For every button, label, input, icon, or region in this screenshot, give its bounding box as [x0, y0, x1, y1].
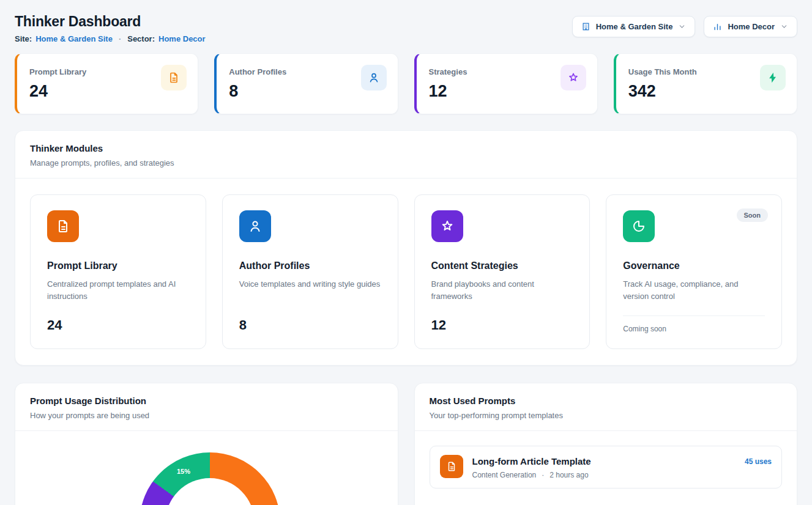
prompts-subtitle: Your top-performing prompt templates [430, 411, 783, 420]
prompt-usage-panel: Prompt Usage Distribution How your promp… [15, 383, 398, 505]
module-card-governance[interactable]: Soon Governance Track AI usage, complian… [606, 194, 782, 349]
module-card-content-strategies[interactable]: Content Strategies Brand playbooks and c… [414, 194, 590, 349]
modules-subtitle: Manage prompts, profiles, and strategies [30, 158, 782, 168]
stat-label: Author Profiles [229, 67, 286, 76]
module-card-author-profiles[interactable]: Author Profiles Voice templates and writ… [222, 194, 398, 349]
module-count: 12 [431, 317, 573, 333]
stat-value: 24 [29, 82, 86, 101]
bar-chart-icon [713, 22, 722, 31]
sector-link[interactable]: Home Decor [158, 34, 206, 43]
module-description: Voice templates and writing style guides [239, 278, 381, 290]
sector-selector-label: Home Decor [728, 22, 775, 31]
prompts-title: Most Used Prompts [430, 396, 783, 406]
bolt-icon [760, 65, 786, 90]
star-icon [431, 210, 463, 242]
document-icon [161, 65, 187, 90]
thinker-modules-card: Thinker Modules Manage prompts, profiles… [15, 130, 797, 366]
modules-grid: Prompt Library Centralized prompt templa… [15, 179, 797, 365]
item-main: Long-form Article Template Content Gener… [472, 455, 736, 479]
divider [15, 430, 398, 431]
usage-title: Prompt Usage Distribution [30, 396, 383, 406]
prompt-usage-donut: 15% [140, 452, 280, 505]
site-selector-button[interactable]: Home & Garden Site [572, 16, 696, 37]
donut-percent-label: 15% [177, 468, 190, 475]
usage-header: Prompt Usage Distribution How your promp… [15, 383, 398, 430]
breadcrumb-dot: · [119, 34, 121, 43]
item-title: Long-form Article Template [472, 456, 736, 466]
chevron-down-icon [780, 23, 788, 31]
document-icon [47, 210, 79, 242]
stat-value: 12 [429, 82, 467, 101]
document-icon [440, 455, 463, 478]
title-block: Thinker Dashboard Site: Home & Garden Si… [15, 9, 206, 43]
module-count: 24 [47, 317, 189, 333]
stat-card-prompt-library: Prompt Library 24 [15, 53, 198, 114]
module-description: Track AI usage, compliance, and version … [623, 278, 765, 302]
module-description: Brand playbooks and content frameworks [431, 278, 573, 302]
stat-card-strategies: Strategies 12 [414, 53, 598, 114]
module-card-prompt-library[interactable]: Prompt Library Centralized prompt templa… [30, 194, 206, 349]
item-category: Content Generation [472, 471, 537, 479]
prompts-list: Long-form Article Template Content Gener… [415, 431, 797, 503]
building-icon [581, 22, 590, 31]
item-meta: Content Generation · 2 hours ago [472, 471, 736, 479]
selectors: Home & Garden Site Home Decor [572, 16, 797, 37]
most-used-prompts-panel: Most Used Prompts Your top-performing pr… [414, 383, 798, 505]
user-icon [361, 65, 387, 90]
module-count: 8 [239, 317, 381, 333]
module-title: Prompt Library [47, 260, 189, 271]
coming-soon-note: Coming soon [623, 315, 765, 333]
dashboard-page: Thinker Dashboard Site: Home & Garden Si… [0, 0, 812, 505]
user-icon [239, 210, 271, 242]
meta-dot: · [542, 471, 544, 479]
soon-badge: Soon [737, 208, 769, 222]
module-title: Governance [623, 260, 765, 271]
stat-label: Usage This Month [628, 67, 697, 76]
modules-header: Thinker Modules Manage prompts, profiles… [15, 131, 797, 178]
module-title: Content Strategies [431, 260, 573, 271]
list-item-long-form-article[interactable]: Long-form Article Template Content Gener… [430, 446, 783, 488]
stat-card-author-profiles: Author Profiles 8 [214, 53, 398, 114]
donut-hole [165, 478, 255, 505]
site-selector-label: Home & Garden Site [596, 22, 673, 31]
bottom-row: Prompt Usage Distribution How your promp… [15, 383, 797, 505]
breadcrumb: Site: Home & Garden Site · Sector: Home … [15, 34, 206, 43]
prompts-header: Most Used Prompts Your top-performing pr… [415, 383, 797, 430]
sector-label: Sector: [127, 34, 155, 43]
module-title: Author Profiles [239, 260, 381, 271]
site-link[interactable]: Home & Garden Site [35, 34, 113, 43]
chevron-down-icon [678, 23, 686, 31]
item-uses-badge: 45 uses [745, 457, 772, 479]
usage-subtitle: How your prompts are being used [30, 411, 383, 420]
top-bar: Thinker Dashboard Site: Home & Garden Si… [15, 9, 797, 43]
sector-selector-button[interactable]: Home Decor [704, 16, 797, 37]
stat-label: Prompt Library [29, 67, 86, 76]
item-time: 2 hours ago [549, 471, 588, 479]
pie-chart-icon [623, 210, 655, 242]
module-description: Centralized prompt templates and AI inst… [47, 278, 189, 302]
stat-value: 342 [628, 82, 697, 101]
stat-value: 8 [229, 82, 286, 101]
page-title: Thinker Dashboard [15, 13, 206, 30]
modules-title: Thinker Modules [30, 143, 782, 153]
stats-row: Prompt Library 24 Author Profiles 8 Stra… [15, 53, 797, 114]
site-label: Site: [15, 34, 32, 43]
star-icon [561, 65, 586, 90]
stat-card-usage: Usage This Month 342 [614, 53, 797, 114]
stat-label: Strategies [429, 67, 467, 76]
